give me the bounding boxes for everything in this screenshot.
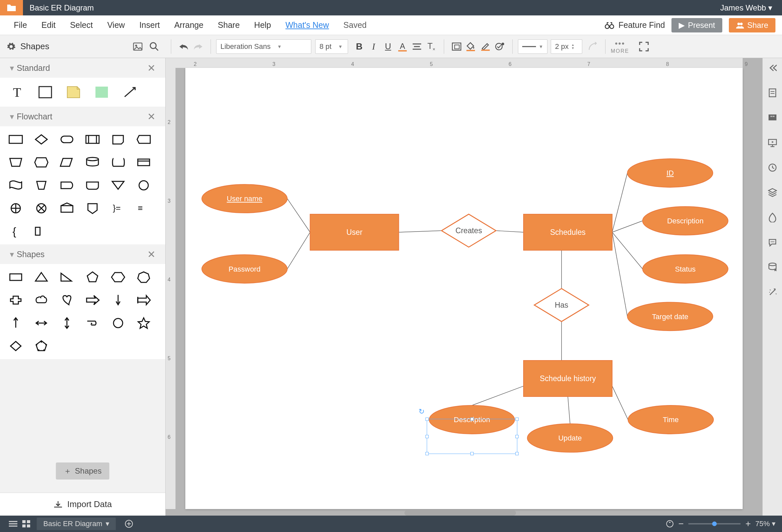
zoom-reset-icon[interactable] [666, 520, 674, 528]
menu-help[interactable]: Help [247, 20, 278, 30]
basic-shape[interactable] [8, 271, 24, 284]
bold-button[interactable]: B [352, 39, 366, 54]
canvas-area[interactable]: 23456789 23456 UserSchedulesSchedule his… [166, 58, 762, 516]
page-tab[interactable]: Basic ER Diagram ▾ [37, 518, 116, 530]
border-color-button[interactable] [478, 39, 493, 54]
share-button[interactable]: Share [729, 18, 776, 32]
flowchart-shape[interactable] [33, 133, 49, 146]
presentation-icon[interactable] [766, 136, 779, 149]
close-icon[interactable]: ✕ [147, 111, 155, 122]
import-data-button[interactable]: Import Data [0, 493, 165, 516]
line-width-select[interactable]: 2 px▲▼ [551, 39, 582, 54]
flowchart-shape[interactable] [110, 133, 126, 146]
font-select[interactable]: Liberation Sans▼ [216, 39, 311, 54]
document-title[interactable]: Basic ER Diagram [23, 3, 94, 12]
font-size-select[interactable]: 8 pt▼ [315, 39, 348, 54]
line-style-select[interactable]: ▼ [518, 39, 547, 54]
theme-icon[interactable] [766, 211, 779, 224]
shape-style-button[interactable] [450, 39, 464, 54]
basic-shape[interactable] [33, 271, 49, 284]
basic-shape[interactable] [110, 293, 126, 307]
undo-button[interactable] [176, 39, 191, 54]
flowchart-shape[interactable] [59, 202, 75, 215]
basic-shape[interactable] [8, 317, 24, 330]
basic-shape[interactable] [85, 271, 100, 284]
flowchart-shape[interactable] [59, 156, 75, 169]
text-shape[interactable]: T [8, 84, 26, 100]
category-flowchart[interactable]: ▾Flowchart✕ [0, 107, 165, 126]
flowchart-shape[interactable] [33, 179, 49, 192]
flowchart-shape[interactable] [33, 156, 49, 169]
arrow-shape[interactable] [121, 84, 139, 100]
flowchart-shape[interactable] [85, 156, 100, 169]
flowchart-shape[interactable] [136, 133, 151, 146]
zoom-out-button[interactable]: − [678, 519, 684, 529]
basic-shape[interactable] [8, 293, 24, 307]
close-icon[interactable]: ✕ [147, 62, 155, 74]
fullscreen-button[interactable] [639, 42, 649, 51]
flowchart-shape[interactable] [59, 179, 75, 192]
block-shape[interactable] [93, 84, 111, 100]
flowchart-shape[interactable] [85, 202, 100, 215]
basic-shape[interactable] [136, 317, 151, 330]
basic-shape[interactable] [59, 271, 75, 284]
flowchart-shape[interactable] [110, 179, 126, 192]
basic-shape[interactable] [33, 317, 49, 330]
data-icon[interactable] [766, 261, 779, 274]
menu-edit[interactable]: Edit [34, 20, 63, 30]
shape-options-button[interactable] [493, 39, 507, 54]
menu-arrange[interactable]: Arrange [167, 20, 211, 30]
menu-file[interactable]: File [6, 20, 34, 30]
menu-share[interactable]: Share [211, 20, 247, 30]
rect-shape[interactable] [36, 84, 55, 100]
flowchart-shape[interactable] [8, 179, 24, 192]
present-button[interactable]: ▶Present [671, 18, 722, 32]
search-icon[interactable] [149, 42, 159, 51]
folder-icon[interactable] [0, 0, 23, 15]
flowchart-shape[interactable]: }= [110, 202, 126, 215]
image-icon[interactable] [133, 42, 143, 51]
layers-icon[interactable] [766, 186, 779, 199]
chat-icon[interactable] [766, 236, 779, 249]
flowchart-shape[interactable] [59, 133, 75, 146]
flowchart-shape[interactable] [33, 225, 49, 238]
canvas-page[interactable]: UserSchedulesSchedule historyCreatesHasU… [185, 68, 743, 509]
outline-view-icon[interactable] [6, 517, 20, 530]
zoom-slider[interactable] [688, 523, 741, 525]
redo-button[interactable] [191, 39, 205, 54]
close-icon[interactable]: ✕ [147, 249, 155, 260]
user-menu[interactable]: James Webb ▾ [720, 3, 782, 12]
page-settings-icon[interactable] [766, 86, 779, 99]
note-shape[interactable] [64, 84, 83, 100]
align-button[interactable] [410, 39, 424, 54]
text-color-button[interactable]: A [395, 39, 410, 54]
flowchart-shape[interactable] [136, 156, 151, 169]
basic-shape[interactable] [136, 271, 151, 284]
flowchart-shape[interactable]: { [8, 225, 24, 238]
basic-shape[interactable] [8, 340, 24, 353]
underline-button[interactable]: U [381, 39, 395, 54]
flowchart-shape[interactable] [136, 179, 151, 192]
collapse-rail-icon[interactable] [766, 61, 779, 74]
basic-shape[interactable] [110, 271, 126, 284]
flowchart-shape[interactable] [33, 202, 49, 215]
magic-icon[interactable] [766, 286, 779, 299]
basic-shape[interactable] [33, 340, 49, 353]
flowchart-shape[interactable]: ≡ [136, 202, 151, 215]
feature-find[interactable]: Feature Find [605, 20, 665, 30]
gear-icon[interactable] [6, 42, 16, 51]
italic-button[interactable]: I [366, 39, 381, 54]
line-arrow-button[interactable] [585, 39, 600, 54]
flowchart-shape[interactable] [8, 156, 24, 169]
flowchart-shape[interactable] [8, 133, 24, 146]
menu-insert[interactable]: Insert [132, 20, 167, 30]
comments-icon[interactable]: "" [766, 111, 779, 124]
diagram[interactable]: UserSchedulesSchedule historyCreatesHasU… [185, 68, 743, 489]
fill-button[interactable] [464, 39, 478, 54]
flowchart-shape[interactable] [85, 133, 100, 146]
flowchart-shape[interactable] [8, 202, 24, 215]
zoom-in-button[interactable]: + [745, 519, 750, 529]
flowchart-shape[interactable] [85, 179, 100, 192]
horizontal-scrollbar[interactable] [404, 510, 516, 516]
menu-select[interactable]: Select [63, 20, 100, 30]
